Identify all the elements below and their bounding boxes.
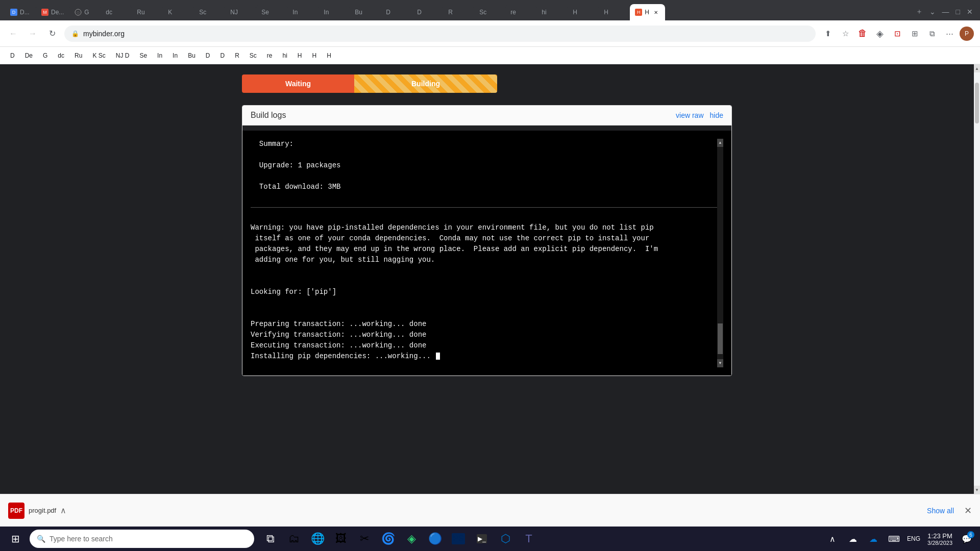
- bookmark-18[interactable]: H: [293, 50, 306, 61]
- minimize-button[interactable]: —: [940, 6, 951, 18]
- tab-close-active[interactable]: ✕: [652, 8, 660, 16]
- terminal-line-15: [251, 297, 717, 308]
- extension-button[interactable]: ⊡: [890, 27, 904, 41]
- tab-7[interactable]: Sc: [194, 4, 225, 20]
- tab-11[interactable]: In: [318, 4, 349, 20]
- task-view-button[interactable]: ⧉: [259, 528, 282, 550]
- share-button[interactable]: ⬆: [821, 27, 835, 41]
- edge-dev-button[interactable]: ◈: [400, 528, 423, 550]
- split-screen-button[interactable]: ⧉: [925, 27, 939, 41]
- tab-favicon-3: G: [75, 9, 82, 16]
- page-scrollbar-thumb[interactable]: [975, 83, 979, 123]
- taskbar-search-box[interactable]: 🔍 Type here to search: [30, 530, 254, 548]
- back-button[interactable]: ←: [6, 27, 20, 41]
- bookmark-5[interactable]: Ru: [70, 50, 86, 61]
- new-tab-button[interactable]: ＋: [914, 5, 925, 18]
- tab-label-15: R: [448, 9, 453, 16]
- bookmark-6[interactable]: K Sc: [88, 50, 109, 61]
- system-clock[interactable]: 1:23 PM 3/28/2023: [924, 532, 955, 546]
- bookmark-1[interactable]: D: [6, 50, 19, 61]
- tab-10[interactable]: In: [287, 4, 318, 20]
- download-menu-button[interactable]: ∧: [60, 506, 66, 515]
- notification-button[interactable]: 💬 6: [958, 530, 976, 548]
- chrome-button[interactable]: 🌐: [306, 528, 329, 550]
- chevron-up-icon[interactable]: ∧: [823, 530, 842, 548]
- terminal-line-10: packages, and they may end up in the wro…: [251, 244, 717, 255]
- bookmark-14[interactable]: R: [231, 50, 243, 61]
- tab-17[interactable]: re: [505, 4, 536, 20]
- file-explorer-button[interactable]: 🗂: [283, 528, 305, 550]
- bookmark-17[interactable]: hi: [279, 50, 291, 61]
- bookmark-11[interactable]: Bu: [184, 50, 200, 61]
- bookmark-2[interactable]: De: [21, 50, 37, 61]
- photos-button[interactable]: 🖼: [330, 528, 352, 550]
- snip-button[interactable]: ✂: [353, 528, 376, 550]
- terminal-button[interactable]: ▶_: [471, 528, 493, 550]
- bookmark-16[interactable]: re: [263, 50, 277, 61]
- tab-4[interactable]: dc: [101, 4, 131, 20]
- extensions-icon[interactable]: ⊞: [908, 27, 922, 41]
- address-input[interactable]: 🔒 mybinder.org: [64, 26, 816, 42]
- tab-active[interactable]: H H ✕: [630, 4, 665, 20]
- more-button[interactable]: ⋯: [942, 27, 957, 41]
- tab-6[interactable]: K: [163, 4, 193, 20]
- tab-controls: ＋ ⌄ — □ ✕: [914, 5, 975, 20]
- tab-5[interactable]: Ru: [132, 4, 162, 20]
- terminal-line-8: Warning: you have pip-installed dependen…: [251, 222, 717, 233]
- page-scroll-down[interactable]: ▼: [974, 486, 980, 494]
- bookmark-15[interactable]: Sc: [246, 50, 261, 61]
- edge-icon[interactable]: ◈: [873, 27, 887, 41]
- tab-1[interactable]: D D...: [5, 4, 36, 20]
- tab-overflow-button[interactable]: ⌄: [927, 6, 938, 18]
- page-scroll-up[interactable]: ▲: [974, 64, 980, 72]
- vscode-button[interactable]: ⬡: [494, 528, 517, 550]
- downloads-close-button[interactable]: ✕: [964, 505, 972, 516]
- bookmark-4[interactable]: dc: [54, 50, 68, 61]
- close-window-button[interactable]: ✕: [965, 6, 975, 18]
- tab-3[interactable]: G G: [69, 4, 100, 20]
- chrome-icon: 🌐: [311, 532, 325, 545]
- chrome2-button[interactable]: 🔵: [424, 528, 446, 550]
- terminal-scroll-down[interactable]: ▼: [717, 359, 723, 367]
- onedrive-icon[interactable]: ☁: [864, 530, 883, 548]
- page-scrollbar[interactable]: ▲ ▼: [974, 64, 980, 494]
- hide-link[interactable]: hide: [710, 111, 723, 119]
- bookmark-7[interactable]: NJ D: [112, 50, 134, 61]
- bookmark-13[interactable]: D: [216, 50, 229, 61]
- view-raw-link[interactable]: view raw: [676, 111, 703, 119]
- collections-button[interactable]: 🗑: [855, 27, 870, 41]
- keyboard-icon[interactable]: ⌨: [885, 530, 903, 548]
- start-button[interactable]: ⊞: [4, 528, 27, 550]
- tab-13[interactable]: D: [381, 4, 411, 20]
- tab-20[interactable]: H: [599, 4, 629, 20]
- bookmark-8[interactable]: Se: [135, 50, 151, 61]
- bookmark-9[interactable]: In: [153, 50, 166, 61]
- tab-18[interactable]: hi: [536, 4, 567, 20]
- tab-19[interactable]: H: [568, 4, 598, 20]
- bookmark-3[interactable]: G: [39, 50, 52, 61]
- maximize-button[interactable]: □: [954, 6, 962, 18]
- bookmark-button[interactable]: ☆: [838, 27, 852, 41]
- tab-12[interactable]: Bu: [350, 4, 380, 20]
- forward-button[interactable]: →: [26, 27, 40, 41]
- bookmark-20[interactable]: H: [323, 50, 335, 61]
- edge-taskbar-button[interactable]: 🌀: [377, 528, 399, 550]
- powershell-button[interactable]: PS: [447, 528, 470, 550]
- profile-avatar[interactable]: P: [960, 27, 974, 41]
- bookmark-10[interactable]: In: [168, 50, 182, 61]
- tab-9[interactable]: Se: [256, 4, 287, 20]
- bookmark-12[interactable]: D: [202, 50, 214, 61]
- tab-14[interactable]: D: [412, 4, 443, 20]
- bookmark-19[interactable]: H: [308, 50, 321, 61]
- tab-8[interactable]: NJ: [225, 4, 256, 20]
- terminal-scrollbar[interactable]: ▲ ▼: [717, 139, 723, 367]
- cloud-icon[interactable]: ☁: [844, 530, 862, 548]
- terminal-scrollbar-thumb[interactable]: [718, 323, 723, 354]
- show-all-button[interactable]: Show all: [927, 507, 954, 515]
- tab-2[interactable]: M De...: [36, 4, 69, 20]
- tab-16[interactable]: Sc: [474, 4, 505, 20]
- refresh-button[interactable]: ↻: [45, 27, 59, 41]
- terminal-scroll-up[interactable]: ▲: [717, 139, 723, 147]
- tab-15[interactable]: R: [443, 4, 474, 20]
- teams-button[interactable]: T: [518, 528, 540, 550]
